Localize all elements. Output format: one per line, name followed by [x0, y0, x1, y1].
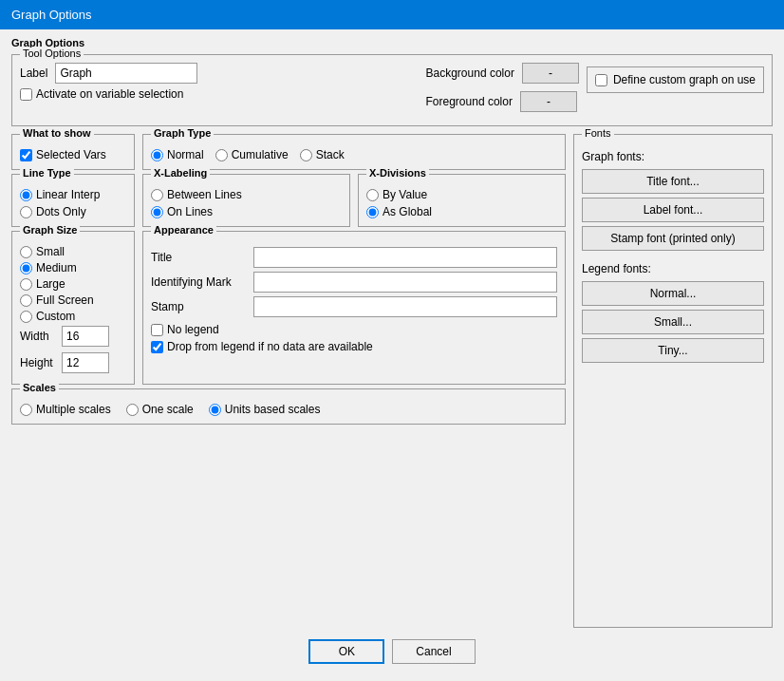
what-to-show-title: What to show: [20, 127, 94, 139]
normal-font-button[interactable]: Normal...: [582, 281, 764, 306]
graph-fonts-section: Graph fonts: Title font... Label font...…: [582, 150, 764, 251]
graph-type-group: Graph Type Normal Cumulative: [142, 134, 566, 170]
width-field: Width: [20, 326, 126, 347]
x-divisions-title: X-Divisions: [366, 167, 429, 179]
graph-type-title: Graph Type: [151, 127, 214, 139]
legend-fonts-section: Legend fonts: Normal... Small... Tiny...: [582, 262, 764, 363]
width-input[interactable]: [62, 326, 109, 347]
small-font-button[interactable]: Small...: [582, 310, 764, 334]
radio-large[interactable]: [20, 278, 32, 291]
activate-checkbox-label[interactable]: Activate on variable selection: [20, 87, 183, 101]
x-divisions-options: By Value As Global: [366, 188, 557, 218]
drop-legend-checkbox[interactable]: [151, 341, 163, 353]
scales-title: Scales: [20, 382, 59, 393]
line-type-dots[interactable]: Dots Only: [20, 205, 126, 218]
title-bar-text: Graph Options: [11, 8, 92, 22]
x-divisions-group: X-Divisions By Value As Global: [358, 174, 566, 227]
appearance-group: Appearance Title Identifying Mark: [142, 231, 566, 385]
what-to-show-group: What to show Selected Vars: [11, 134, 135, 170]
stamp-field: Stamp: [151, 296, 557, 317]
radio-cumulative[interactable]: [215, 149, 228, 161]
activate-row: Activate on variable selection: [20, 87, 411, 101]
line-type-title: Line Type: [20, 167, 74, 179]
radio-normal[interactable]: [151, 149, 163, 161]
drop-legend-label[interactable]: Drop from legend if no data are availabl…: [151, 340, 373, 353]
graph-type-cumulative[interactable]: Cumulative: [215, 148, 289, 161]
drop-legend-row: Drop from legend if no data are availabl…: [151, 340, 557, 353]
xlabel-on[interactable]: On Lines: [151, 205, 342, 218]
size-fullscreen[interactable]: Full Screen: [20, 293, 126, 307]
dialog-footer: OK Cancel: [11, 632, 773, 673]
height-label: Height: [20, 356, 58, 369]
tiny-font-button[interactable]: Tiny...: [582, 338, 764, 363]
graph-type-normal[interactable]: Normal: [151, 148, 204, 161]
no-legend-checkbox[interactable]: [151, 324, 163, 336]
radio-on-lines[interactable]: [151, 206, 163, 218]
radio-multiple-scales[interactable]: [20, 404, 32, 416]
height-input[interactable]: [62, 352, 109, 373]
identifying-mark-field: Identifying Mark: [151, 272, 557, 293]
radio-units-scales[interactable]: [209, 404, 221, 416]
radio-stack[interactable]: [300, 149, 312, 161]
xdiv-by-value[interactable]: By Value: [366, 188, 557, 201]
appearance-title: Appearance: [151, 224, 216, 236]
graph-type-stack[interactable]: Stack: [300, 148, 345, 161]
size-medium[interactable]: Medium: [20, 261, 126, 274]
no-legend-row: No legend: [151, 323, 557, 336]
bg-color-label: Background color: [426, 66, 514, 80]
no-legend-label[interactable]: No legend: [151, 323, 219, 336]
graph-fonts-label: Graph fonts:: [582, 150, 764, 163]
title-font-button[interactable]: Title font...: [582, 169, 764, 194]
fg-color-button[interactable]: -: [520, 91, 577, 112]
radio-fullscreen[interactable]: [20, 294, 32, 307]
radio-dots[interactable]: [20, 206, 32, 218]
tool-options-group: Tool Options Label Activate on variable …: [11, 54, 773, 126]
color-section: Background color - Foreground color -: [426, 63, 579, 116]
selected-vars-label[interactable]: Selected Vars: [20, 148, 126, 161]
stamp-font-button[interactable]: Stamp font (printed only): [582, 226, 764, 251]
fonts-group: Fonts Graph fonts: Title font... Label f…: [573, 134, 773, 628]
xlabel-between[interactable]: Between Lines: [151, 188, 342, 201]
width-label: Width: [20, 330, 58, 343]
size-custom[interactable]: Custom: [20, 310, 126, 323]
label-row: Label: [20, 63, 411, 84]
radio-as-global[interactable]: [366, 206, 379, 218]
bg-color-button[interactable]: -: [522, 63, 579, 84]
identifying-mark-label: Identifying Mark: [151, 275, 246, 289]
radio-linear[interactable]: [20, 189, 32, 201]
ok-button[interactable]: OK: [308, 639, 384, 664]
size-small[interactable]: Small: [20, 245, 126, 258]
radio-between[interactable]: [151, 189, 163, 201]
cancel-button[interactable]: Cancel: [392, 639, 475, 664]
scale-one[interactable]: One scale: [126, 403, 194, 416]
radio-one-scale[interactable]: [126, 404, 139, 416]
radio-by-value[interactable]: [366, 189, 379, 201]
stamp-input[interactable]: [253, 296, 557, 317]
height-field: Height: [20, 352, 126, 373]
line-type-group: Line Type Linear Interp Dots Only: [11, 174, 135, 227]
what-type-row: What to show Selected Vars Graph Type: [11, 134, 566, 170]
legend-fonts-label: Legend fonts:: [582, 262, 764, 275]
size-appearance-row: Graph Size Small Medium: [11, 231, 566, 385]
radio-custom[interactable]: [20, 311, 32, 323]
size-large[interactable]: Large: [20, 277, 126, 291]
selected-vars-checkbox[interactable]: [20, 149, 32, 161]
scales-group: Scales Multiple scales One scale Unit: [11, 388, 566, 425]
identifying-mark-input[interactable]: [253, 272, 557, 293]
title-bar: Graph Options: [0, 0, 784, 29]
radio-small[interactable]: [20, 246, 32, 258]
line-type-linear[interactable]: Linear Interp: [20, 188, 126, 201]
radio-medium[interactable]: [20, 262, 32, 274]
tool-options-top-row: Label Activate on variable selection: [20, 63, 764, 116]
title-input[interactable]: [253, 247, 557, 268]
label-font-button[interactable]: Label font...: [582, 198, 764, 222]
graph-type-options: Normal Cumulative Stack: [151, 148, 557, 161]
xdiv-as-global[interactable]: As Global: [366, 205, 557, 218]
activate-checkbox[interactable]: [20, 88, 32, 101]
define-custom-checkbox[interactable]: [595, 74, 607, 86]
tool-options-title: Tool Options: [20, 47, 84, 59]
scale-multiple[interactable]: Multiple scales: [20, 403, 111, 416]
label-input[interactable]: [55, 63, 197, 84]
graph-size-options: Small Medium Large: [20, 245, 126, 376]
scale-units[interactable]: Units based scales: [209, 403, 321, 416]
